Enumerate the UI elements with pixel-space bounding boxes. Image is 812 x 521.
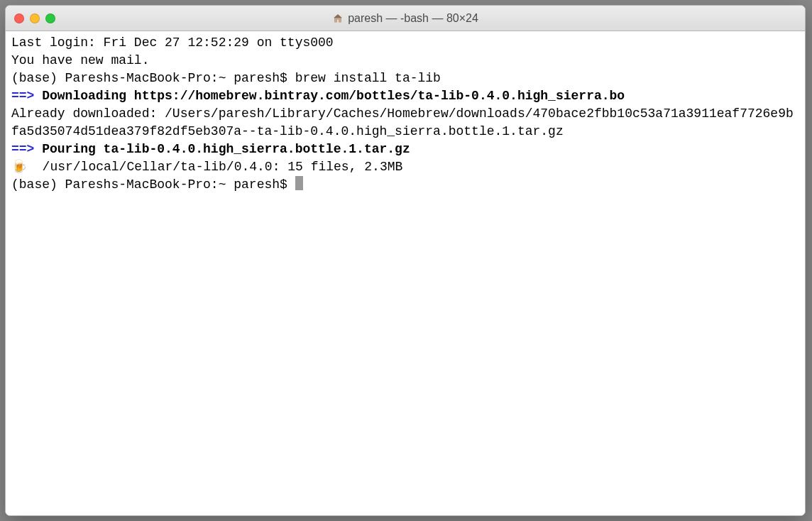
- titlebar[interactable]: paresh — -bash — 80×24: [6, 6, 805, 31]
- beer-icon: 🍺: [11, 158, 27, 176]
- mail-notice-line: You have new mail.: [11, 53, 149, 67]
- install-result-line: /usr/local/Cellar/ta-lib/0.4.0: 15 files…: [27, 160, 402, 174]
- terminal-cursor: [295, 176, 303, 190]
- prompt-2: (base) Pareshs-MacBook-Pro:~ paresh$: [11, 177, 295, 192]
- window-title: paresh — -bash — 80×24: [6, 12, 805, 25]
- window-title-text: paresh — -bash — 80×24: [348, 12, 478, 25]
- terminal-output[interactable]: Last login: Fri Dec 27 12:52:29 on ttys0…: [6, 31, 805, 515]
- brew-arrow-icon: ==>: [11, 89, 34, 103]
- downloading-line: Downloading https://homebrew.bintray.com…: [34, 89, 625, 103]
- brew-arrow-icon: ==>: [11, 142, 34, 156]
- already-downloaded-line: Already downloaded: /Users/paresh/Librar…: [11, 106, 794, 138]
- terminal-window: paresh — -bash — 80×24 Last login: Fri D…: [5, 5, 806, 516]
- traffic-lights: [6, 13, 55, 23]
- prompt-1: (base) Pareshs-MacBook-Pro:~ paresh$: [11, 71, 295, 85]
- pouring-line: Pouring ta-lib-0.4.0.high_sierra.bottle.…: [34, 142, 410, 156]
- minimize-icon[interactable]: [30, 13, 40, 23]
- command-1: brew install ta-lib: [295, 71, 441, 85]
- home-icon: [332, 13, 344, 24]
- zoom-icon[interactable]: [45, 13, 55, 23]
- close-icon[interactable]: [14, 13, 24, 23]
- last-login-line: Last login: Fri Dec 27 12:52:29 on ttys0…: [11, 35, 334, 50]
